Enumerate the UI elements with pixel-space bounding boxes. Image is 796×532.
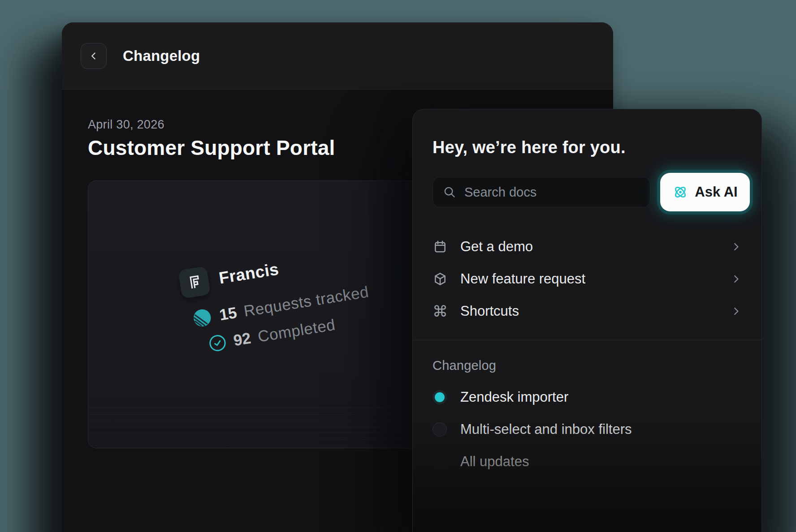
feature-image-card: Francis xyxy=(88,180,429,448)
search-icon xyxy=(443,185,456,199)
radio-unselected-icon xyxy=(433,422,447,437)
menu-label: New feature request xyxy=(460,271,585,287)
menu-label: Shortcuts xyxy=(460,303,519,319)
search-input[interactable] xyxy=(463,184,640,200)
quick-links-menu: Get a demo New feature request ⌘ Shortcu… xyxy=(433,231,742,327)
ask-ai-button[interactable]: Ask AI xyxy=(660,173,750,211)
search-row: Ask AI xyxy=(433,172,742,212)
calendar-icon xyxy=(433,239,448,254)
chevron-right-icon xyxy=(730,305,742,317)
changelog-section-label: Changelog xyxy=(433,358,742,373)
chevron-left-icon xyxy=(88,50,100,62)
command-icon: ⌘ xyxy=(433,304,448,319)
check-circle-icon xyxy=(208,333,228,353)
divider xyxy=(413,340,761,340)
ai-atom-icon xyxy=(672,184,688,200)
changelog-item-label: Multi-select and inbox filters xyxy=(460,421,632,438)
tilted-illustration: Francis xyxy=(178,227,429,356)
search-box[interactable] xyxy=(433,177,650,207)
window-header: Changelog xyxy=(62,22,613,90)
menu-item-shortcuts[interactable]: ⌘ Shortcuts xyxy=(433,295,742,327)
changelog-entries: Zendesk importer Multi-select and inbox … xyxy=(433,381,742,478)
radio-selected-icon xyxy=(433,390,447,404)
linear-logo-icon xyxy=(190,306,214,330)
post-date: April 30, 2026 xyxy=(88,118,164,132)
back-button[interactable] xyxy=(81,43,107,69)
radio-unselected-icon xyxy=(433,455,447,469)
changelog-item-label: Zendesk importer xyxy=(460,389,568,405)
changelog-item-zendesk-importer[interactable]: Zendesk importer xyxy=(433,381,742,413)
menu-label: Get a demo xyxy=(460,239,533,255)
stat-value: 15 xyxy=(218,304,238,324)
help-panel: Hey, we’re here for you. Ask AI xyxy=(412,109,762,532)
brand-name: Francis xyxy=(218,260,280,288)
menu-item-new-feature-request[interactable]: New feature request xyxy=(433,263,742,295)
chevron-right-icon xyxy=(730,241,742,253)
panel-heading: Hey, we’re here for you. xyxy=(433,138,742,157)
ask-ai-label: Ask AI xyxy=(695,184,737,200)
post-title: Customer Support Portal xyxy=(88,136,335,160)
stat-value: 92 xyxy=(232,329,252,350)
stat-label: Completed xyxy=(256,316,337,346)
changelog-item-label: All updates xyxy=(460,454,529,470)
chevron-right-icon xyxy=(730,273,742,285)
francis-logo-icon xyxy=(178,266,211,299)
cube-icon xyxy=(433,271,448,287)
changelog-item-multi-select-and-inbox-filters[interactable]: Multi-select and inbox filters xyxy=(433,413,742,446)
menu-item-get-a-demo[interactable]: Get a demo xyxy=(433,231,742,263)
changelog-item-all-updates[interactable]: All updates xyxy=(433,446,742,478)
page-title: Changelog xyxy=(123,47,200,64)
page-background: Changelog April 30, 2026 Customer Suppor… xyxy=(0,0,796,532)
